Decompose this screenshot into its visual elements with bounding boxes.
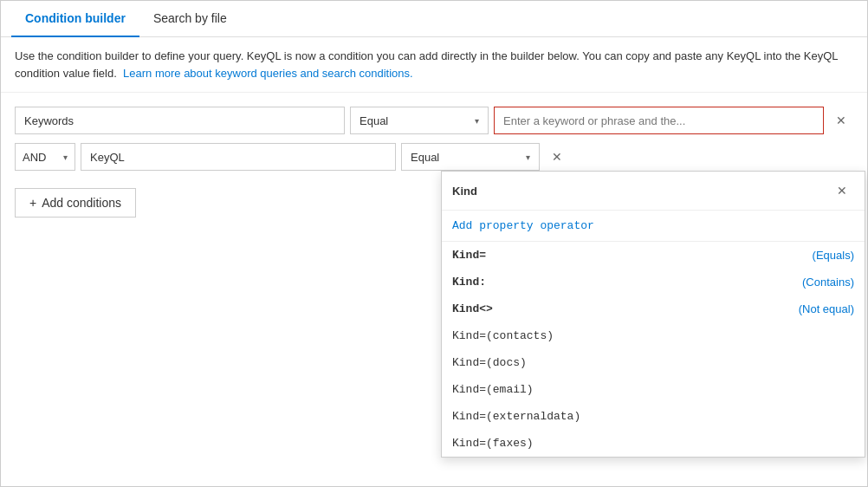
- tab-bar: Condition builder Search by file: [1, 1, 867, 37]
- operator-selector-1[interactable]: Equal ▾: [350, 107, 489, 134]
- kind-equals-name: Kind=: [452, 249, 486, 262]
- and-operator-selector[interactable]: AND ▾: [15, 143, 75, 171]
- dropdown-item-kind-faxes[interactable]: Kind=(faxes): [442, 430, 865, 457]
- dropdown-item-kind-contains[interactable]: Kind: (Contains): [442, 269, 865, 295]
- kind-contains-label: (Contains): [802, 276, 854, 289]
- operator-selector-2[interactable]: Equal ▾: [401, 143, 540, 171]
- kind-equals-label: (Equals): [813, 249, 854, 262]
- main-container: Condition builder Search by file Use the…: [0, 0, 868, 487]
- dropdown-title: Kind: [452, 185, 477, 198]
- remove-row-2-button[interactable]: ✕: [545, 145, 569, 169]
- dropdown-item-kind-contacts[interactable]: Kind=(contacts): [442, 322, 865, 349]
- description-text: Use the condition builder to define your…: [1, 37, 867, 93]
- remove-row-1-button[interactable]: ✕: [829, 108, 853, 133]
- tab-search-by-file[interactable]: Search by file: [139, 1, 241, 37]
- chevron-down-icon: ▾: [475, 116, 479, 126]
- field-selector-1[interactable]: Keywords: [15, 107, 345, 134]
- dropdown-header: Kind ✕: [442, 172, 865, 211]
- dropdown-item-kind-notequal[interactable]: Kind<> (Not equal): [442, 295, 865, 322]
- learn-more-link[interactable]: Learn more about keyword queries and sea…: [123, 67, 413, 80]
- add-conditions-label: Add conditions: [42, 196, 121, 210]
- kind-notequal-label: (Not equal): [799, 302, 854, 315]
- dropdown-item-kind-externaldata[interactable]: Kind=(externaldata): [442, 403, 865, 430]
- chevron-down-icon-2: ▾: [526, 153, 530, 162]
- add-icon: +: [29, 196, 36, 210]
- dropdown-item-kind-equals[interactable]: Kind= (Equals): [442, 242, 865, 269]
- tab-condition-builder[interactable]: Condition builder: [11, 1, 139, 37]
- condition-row-1: Keywords Equal ▾ ✕: [15, 107, 853, 134]
- kind-contains-name: Kind:: [452, 276, 486, 289]
- kind-notequal-name: Kind<>: [452, 302, 493, 315]
- condition-row-2: AND ▾ KeyQL Equal ▾ ✕: [15, 143, 853, 171]
- close-dropdown-button[interactable]: ✕: [830, 179, 854, 203]
- add-conditions-button[interactable]: + Add conditions: [15, 188, 136, 218]
- kind-dropdown: Kind ✕ Add property operator Kind= (Equa…: [441, 171, 865, 458]
- dropdown-item-kind-docs[interactable]: Kind=(docs): [442, 349, 865, 376]
- dropdown-item-kind-email[interactable]: Kind=(email): [442, 376, 865, 403]
- content-area: Keywords Equal ▾ ✕ AND ▾ KeyQL Equal ▾ ✕: [1, 93, 867, 486]
- field-selector-2[interactable]: KeyQL: [81, 143, 396, 171]
- add-property-operator[interactable]: Add property operator: [442, 211, 865, 242]
- value-input-1[interactable]: [494, 107, 824, 134]
- chevron-down-icon-and: ▾: [63, 153, 68, 162]
